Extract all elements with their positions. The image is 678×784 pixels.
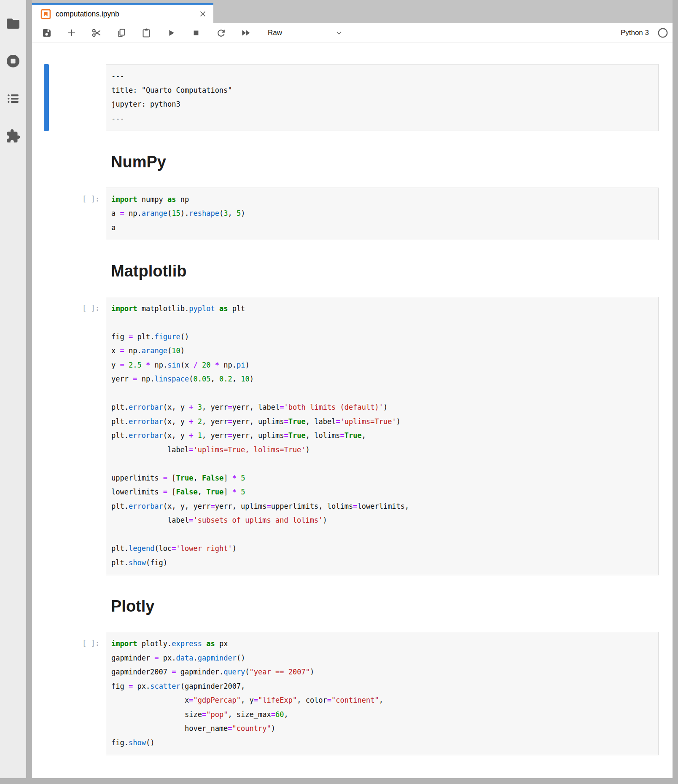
file-browser-folder-icon[interactable] bbox=[0, 10, 26, 37]
cell-execution-prompt: [ ]: bbox=[32, 297, 106, 576]
section-heading-numpy[interactable]: NumPy bbox=[111, 153, 659, 172]
cut-cells-icon[interactable] bbox=[91, 27, 102, 38]
code-line: title: "Quarto Computations" bbox=[111, 83, 653, 98]
code-cell: [ ]:import plotly.express as pxgapminder… bbox=[32, 632, 659, 755]
code-line: import matplotlib.pyplot as plt bbox=[111, 302, 653, 316]
code-line: fig = px.scatter(gapminder2007, bbox=[111, 679, 653, 694]
code-line: import numpy as np bbox=[111, 193, 653, 207]
code-line: --- bbox=[111, 112, 653, 126]
code-line: a = np.arange(15).reshape(3, 5) bbox=[111, 207, 653, 221]
notebook-scroll-area: ---title: "Quarto Computations"jupyter: … bbox=[32, 43, 673, 778]
code-line: lowerlimits = [False, True] * 5 bbox=[111, 485, 653, 499]
code-line: plt.errorbar(x, y + 2, yerr=yerr, uplims… bbox=[111, 415, 653, 429]
code-line: plt.errorbar(x, y, yerr=yerr, uplims=upp… bbox=[111, 499, 653, 514]
activity-sidebar bbox=[0, 0, 26, 778]
code-line: plt.show(fig) bbox=[111, 556, 653, 570]
kernel-name[interactable]: Python 3 bbox=[621, 29, 649, 37]
code-cell-editor[interactable]: import plotly.express as pxgapminder = p… bbox=[106, 632, 659, 755]
code-line: label='uplims=True, lolims=True') bbox=[111, 443, 653, 457]
code-line: plt.errorbar(x, y + 3, yerr=yerr, label=… bbox=[111, 400, 653, 415]
run-cell-icon[interactable] bbox=[166, 27, 177, 38]
close-icon[interactable] bbox=[198, 9, 207, 19]
restart-run-all-icon[interactable] bbox=[240, 27, 251, 38]
code-line bbox=[111, 528, 653, 542]
notebook-toolbar: Raw Python 3 bbox=[32, 23, 673, 43]
code-line: hover_name="country") bbox=[111, 722, 653, 736]
save-icon[interactable] bbox=[41, 27, 52, 38]
code-line: import plotly.express as px bbox=[111, 637, 653, 651]
tab-computations-ipynb[interactable]: computations.ipynb bbox=[32, 3, 213, 23]
code-line: gapminder = px.data.gapminder() bbox=[111, 651, 653, 666]
cell-execution-prompt: [ ]: bbox=[32, 632, 106, 755]
cell-type-dropdown[interactable]: Raw bbox=[268, 29, 343, 37]
code-line: x = np.arange(10) bbox=[111, 344, 653, 358]
code-line: a bbox=[111, 221, 653, 235]
table-of-contents-icon[interactable] bbox=[0, 85, 26, 112]
section-heading-matplotlib[interactable]: Matplotlib bbox=[111, 262, 659, 281]
code-cell-editor[interactable]: import matplotlib.pyplot as plt fig = pl… bbox=[106, 297, 659, 576]
restart-kernel-icon[interactable] bbox=[215, 27, 226, 38]
code-line: jupyter: python3 bbox=[111, 97, 653, 112]
tab-bar: computations.ipynb bbox=[32, 0, 673, 23]
raw-cell-editor[interactable]: ---title: "Quarto Computations"jupyter: … bbox=[106, 64, 659, 131]
code-line: size="pop", size_max=60, bbox=[111, 708, 653, 722]
cell-execution-prompt bbox=[32, 64, 106, 131]
raw-cell: ---title: "Quarto Computations"jupyter: … bbox=[32, 64, 659, 131]
code-line: fig = plt.figure() bbox=[111, 330, 653, 344]
add-cell-icon[interactable] bbox=[66, 27, 77, 38]
code-cell: [ ]:import numpy as npa = np.arange(15).… bbox=[32, 188, 659, 241]
code-line: label='subsets of uplims and lolims') bbox=[111, 513, 653, 528]
kernel-idle-circle-icon[interactable] bbox=[657, 27, 668, 38]
code-cell-editor[interactable]: import numpy as npa = np.arange(15).resh… bbox=[106, 188, 659, 241]
code-line: --- bbox=[111, 69, 653, 83]
paste-cells-icon[interactable] bbox=[141, 27, 152, 38]
code-line: gapminder2007 = gapminder.query("year ==… bbox=[111, 665, 653, 679]
code-line: yerr = np.linspace(0.05, 0.2, 10) bbox=[111, 372, 653, 387]
copy-cells-icon[interactable] bbox=[116, 27, 127, 38]
code-line: plt.legend(loc='lower right') bbox=[111, 542, 653, 556]
code-line: fig.show() bbox=[111, 736, 653, 750]
notebook-cells: ---title: "Quarto Computations"jupyter: … bbox=[32, 64, 673, 755]
code-line bbox=[111, 457, 653, 471]
code-line bbox=[111, 387, 653, 401]
chevron-down-icon bbox=[335, 29, 343, 37]
running-kernels-icon[interactable] bbox=[0, 48, 26, 75]
code-cell: [ ]:import matplotlib.pyplot as plt fig … bbox=[32, 297, 659, 576]
cell-type-dropdown-value: Raw bbox=[268, 29, 282, 37]
interrupt-kernel-icon[interactable] bbox=[191, 27, 202, 38]
code-line bbox=[111, 316, 653, 330]
code-line: x="gdpPercap", y="lifeExp", color="conti… bbox=[111, 693, 653, 708]
notebook-file-icon bbox=[40, 9, 51, 19]
code-line: upperlimits = [True, False] * 5 bbox=[111, 471, 653, 486]
code-line: plt.errorbar(x, y + 1, yerr=yerr, uplims… bbox=[111, 429, 653, 443]
main-panel: computations.ipynb bbox=[32, 0, 673, 778]
active-cell-indicator[interactable] bbox=[44, 64, 49, 131]
section-heading-plotly[interactable]: Plotly bbox=[111, 597, 659, 616]
cell-execution-prompt: [ ]: bbox=[32, 188, 106, 241]
tab-title: computations.ipynb bbox=[56, 10, 198, 19]
extension-manager-puzzle-icon[interactable] bbox=[0, 123, 26, 150]
code-line: y = 2.5 * np.sin(x / 20 * np.pi) bbox=[111, 358, 653, 373]
